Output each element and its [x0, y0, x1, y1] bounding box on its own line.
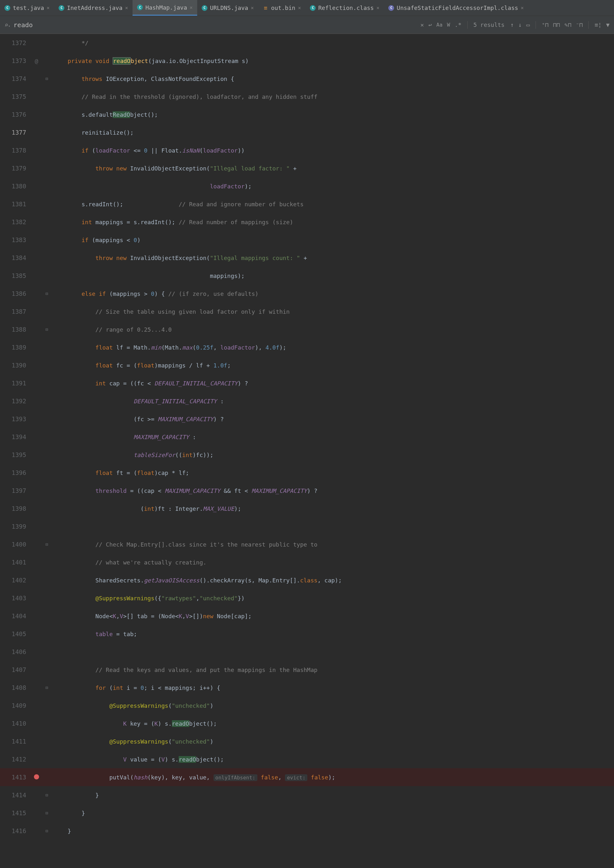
code-line[interactable]: 1377 reinitialize(); — [0, 124, 614, 141]
code-text[interactable]: loadFactor); — [51, 183, 614, 190]
code-line[interactable]: 1401 // what we're actually creating. — [0, 553, 614, 571]
code-line[interactable]: 1388⊟ // range of 0.25...4.0 — [0, 321, 614, 338]
code-line[interactable]: 1409 @SuppressWarnings("unchecked") — [0, 697, 614, 715]
code-editor[interactable]: 1372 */1373@ private void readObject(jav… — [0, 34, 614, 840]
line-number[interactable]: 1394 — [0, 433, 31, 440]
code-text[interactable]: putVal(hash(key), key, value, onlyIfAbse… — [51, 774, 614, 781]
regex-icon[interactable]: .* — [455, 22, 462, 28]
code-line[interactable]: 1378 if (loadFactor <= 0 || Float.isNaN(… — [0, 141, 614, 159]
line-number[interactable]: 1377 — [0, 129, 31, 136]
line-number[interactable]: 1412 — [0, 756, 31, 763]
line-number[interactable]: 1416 — [0, 828, 31, 834]
line-number[interactable]: 1392 — [0, 398, 31, 405]
close-icon[interactable]: × — [125, 5, 128, 11]
tab-HashMap-java[interactable]: CHashMap.java× — [132, 0, 197, 16]
code-text[interactable]: for (int i = 0; i < mappings; i++) { — [51, 684, 614, 691]
close-icon[interactable]: × — [298, 5, 301, 11]
tab-URLDNS-java[interactable]: CURLDNS.java× — [197, 0, 258, 16]
code-text[interactable]: s.readInt(); // Read and ignore number o… — [51, 201, 614, 208]
code-text[interactable]: } — [51, 792, 614, 798]
code-text[interactable]: MAXIMUM_CAPACITY : — [51, 434, 614, 440]
code-text[interactable]: // range of 0.25...4.0 — [51, 326, 614, 333]
tab-Reflection-class[interactable]: CReflection.class× — [305, 0, 384, 16]
line-number[interactable]: 1390 — [0, 362, 31, 369]
line-number[interactable]: 1373 — [0, 57, 31, 64]
line-number[interactable]: 1408 — [0, 684, 31, 691]
line-number[interactable]: 1388 — [0, 326, 31, 333]
next-match-icon[interactable]: ↓ — [518, 22, 522, 28]
code-text[interactable]: reinitialize(); — [51, 129, 614, 136]
code-text[interactable]: @SuppressWarnings("unchecked") — [51, 702, 614, 709]
code-text[interactable]: } — [51, 828, 614, 834]
code-line[interactable]: 1383 if (mappings < 0) — [0, 231, 614, 249]
fold-toggle[interactable]: ⊟ — [42, 76, 51, 81]
code-text[interactable]: else if (mappings > 0) { // (if zero, us… — [51, 290, 614, 297]
line-number[interactable]: 1407 — [0, 666, 31, 673]
line-number[interactable]: 1383 — [0, 236, 31, 243]
tab-UnsafeStaticFieldAccessorImpl-class[interactable]: CUnsafeStaticFieldAccessorImpl.class× — [384, 0, 528, 16]
gutter-marker[interactable] — [31, 774, 42, 781]
line-number[interactable]: 1391 — [0, 380, 31, 387]
code-text[interactable]: // Read in the threshold (ignored), load… — [51, 93, 614, 100]
code-line[interactable]: 1411 @SuppressWarnings("unchecked") — [0, 732, 614, 750]
fold-toggle[interactable]: ⊟ — [42, 685, 51, 690]
code-text[interactable]: mappings); — [51, 273, 614, 279]
code-line[interactable]: 1373@ private void readObject(java.io.Ob… — [0, 52, 614, 70]
code-text[interactable]: float ft = (float)cap * lf; — [51, 470, 614, 476]
line-number[interactable]: 1372 — [0, 39, 31, 46]
code-text[interactable]: tableSizeFor((int)fc)); — [51, 452, 614, 458]
tab-InetAddress-java[interactable]: CInetAddress.java× — [54, 0, 132, 16]
code-text[interactable]: @SuppressWarnings("unchecked") — [51, 738, 614, 745]
code-text[interactable]: K key = (K) s.readObject(); — [51, 720, 614, 727]
search-icon[interactable]: ⌕▾ — [5, 21, 10, 29]
code-text[interactable]: int cap = ((fc < DEFAULT_INITIAL_CAPACIT… — [51, 380, 614, 387]
select-all-icon[interactable]: ⊓⊓ — [553, 22, 560, 28]
code-line[interactable]: 1399 — [0, 518, 614, 535]
code-line[interactable]: 1414⊟ } — [0, 786, 614, 804]
line-number[interactable]: 1386 — [0, 290, 31, 297]
line-number[interactable]: 1374 — [0, 75, 31, 82]
code-line[interactable]: 1385 mappings); — [0, 267, 614, 285]
code-line[interactable]: 1412 V value = (V) s.readObject(); — [0, 750, 614, 768]
line-number[interactable]: 1376 — [0, 111, 31, 118]
code-line[interactable]: 1379 throw new InvalidObjectException("I… — [0, 159, 614, 177]
code-line[interactable]: 1394 MAXIMUM_CAPACITY : — [0, 428, 614, 446]
fold-toggle[interactable]: ⊟ — [42, 327, 51, 332]
line-number[interactable]: 1389 — [0, 344, 31, 351]
code-text[interactable]: @SuppressWarnings({"rawtypes","unchecked… — [51, 595, 614, 601]
code-line[interactable]: 1380 loadFactor); — [0, 177, 614, 195]
line-number[interactable]: 1395 — [0, 451, 31, 458]
code-line[interactable]: 1415⊟ } — [0, 804, 614, 822]
code-line[interactable]: 1407 // Read the keys and values, and pu… — [0, 661, 614, 679]
settings-icon[interactable]: ≡¦ — [594, 22, 602, 28]
close-icon[interactable]: × — [251, 5, 254, 11]
code-text[interactable]: threshold = ((cap < MAXIMUM_CAPACITY && … — [51, 487, 614, 494]
code-line[interactable]: 1382 int mappings = s.readInt(); // Read… — [0, 213, 614, 231]
line-number[interactable]: 1413 — [0, 773, 31, 781]
gutter-marker[interactable]: @ — [31, 57, 42, 64]
code-line[interactable]: 1400⊟ // Check Map.Entry[].class since i… — [0, 535, 614, 553]
prev-match-icon[interactable]: ↑ — [510, 22, 514, 28]
code-line[interactable]: 1391 int cap = ((fc < DEFAULT_INITIAL_CA… — [0, 374, 614, 392]
line-number[interactable]: 1393 — [0, 415, 31, 423]
code-text[interactable]: throws IOException, ClassNotFoundExcepti… — [51, 76, 614, 82]
line-number[interactable]: 1404 — [0, 612, 31, 620]
code-line[interactable]: 1376 s.defaultReadObject(); — [0, 105, 614, 124]
code-text[interactable]: if (loadFactor <= 0 || Float.isNaN(loadF… — [51, 147, 614, 154]
code-text[interactable]: // what we're actually creating. — [51, 559, 614, 566]
fold-toggle[interactable]: ⊟ — [42, 542, 51, 547]
whole-word-icon[interactable]: W — [447, 22, 450, 28]
code-line[interactable]: 1390 float fc = (float)mappings / lf + 1… — [0, 356, 614, 374]
code-line[interactable]: 1381 s.readInt(); // Read and ignore num… — [0, 195, 614, 213]
code-line[interactable]: 1386⊟ else if (mappings > 0) { // (if ze… — [0, 285, 614, 302]
code-text[interactable]: Node<K,V>[] tab = (Node<K,V>[])new Node[… — [51, 613, 614, 620]
close-icon[interactable]: × — [521, 5, 524, 11]
fold-toggle[interactable]: ⊟ — [42, 828, 51, 834]
code-text[interactable]: } — [51, 810, 614, 817]
code-line[interactable]: 1408⊟ for (int i = 0; i < mappings; i++)… — [0, 679, 614, 697]
code-line[interactable]: 1374⊟ throws IOException, ClassNotFoundE… — [0, 70, 614, 88]
code-line[interactable]: 1410 K key = (K) s.readObject(); — [0, 715, 614, 732]
code-text[interactable]: float lf = Math.min(Math.max(0.25f, load… — [51, 344, 614, 351]
line-number[interactable]: 1400 — [0, 541, 31, 548]
line-number[interactable]: 1379 — [0, 165, 31, 172]
